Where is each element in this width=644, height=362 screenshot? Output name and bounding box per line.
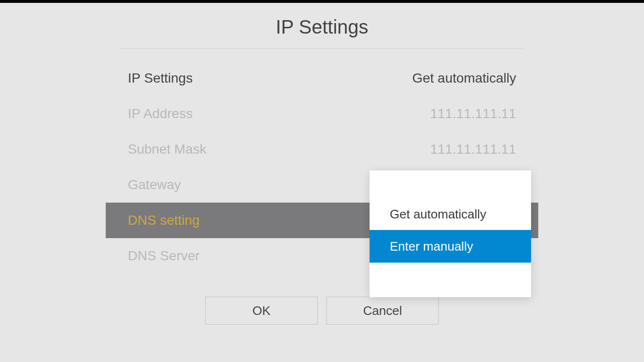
dropdown-option-enter-manually[interactable]: Enter manually	[370, 230, 531, 263]
dns-setting-dropdown: Get automatically Enter manually	[370, 170, 531, 297]
row-label: Subnet Mask	[128, 142, 206, 157]
row-value: Get automatically	[412, 71, 516, 86]
row-label: IP Settings	[128, 71, 193, 86]
row-ip-address[interactable]: IP Address 111.11.111.11	[120, 96, 524, 132]
cancel-button[interactable]: Cancel	[326, 297, 439, 325]
row-ip-settings[interactable]: IP Settings Get automatically	[120, 60, 524, 96]
row-subnet-mask[interactable]: Subnet Mask 111.11.111.11	[120, 132, 524, 167]
row-label: DNS setting	[128, 213, 199, 228]
row-label: IP Address	[128, 106, 193, 121]
ok-button[interactable]: OK	[205, 297, 318, 325]
row-label: Gateway	[128, 177, 181, 193]
row-label: DNS Server	[128, 248, 199, 264]
action-buttons: OK Cancel	[120, 297, 524, 325]
page-title: IP Settings	[120, 16, 524, 49]
row-value: 111.11.111.11	[430, 142, 516, 157]
row-value: 111.11.111.11	[430, 106, 516, 121]
dropdown-option-get-automatically[interactable]: Get automatically	[370, 198, 531, 230]
